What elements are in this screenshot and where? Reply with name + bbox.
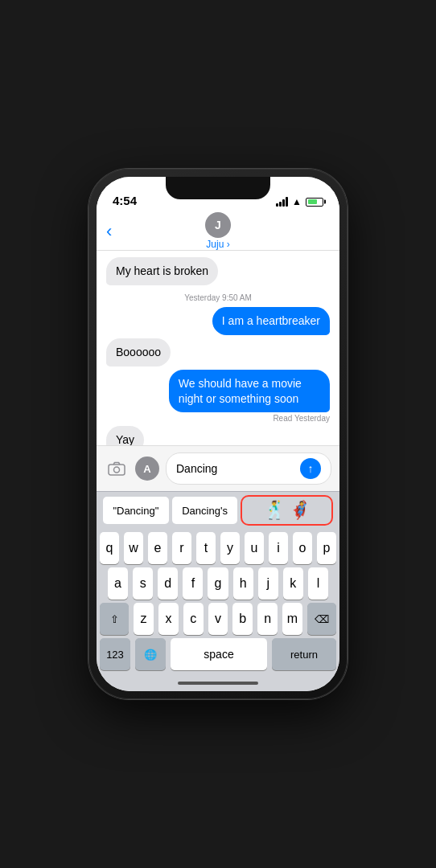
input-text: Dancing <box>176 462 217 475</box>
key-n[interactable]: n <box>257 603 278 635</box>
contact-name: Juju › <box>206 239 229 250</box>
message-input[interactable]: Dancing ↑ <box>166 452 331 485</box>
key-g[interactable]: g <box>208 567 228 600</box>
key-k[interactable]: k <box>283 567 303 600</box>
timestamp: Yesterday 9:50 AM <box>106 293 330 302</box>
message-row: I am a heartbreaker <box>106 307 330 335</box>
key-a[interactable]: a <box>108 567 128 600</box>
send-icon: ↑ <box>308 462 314 475</box>
key-f[interactable]: f <box>183 567 203 600</box>
space-key[interactable]: space <box>171 638 267 670</box>
autocomplete-bar: "Dancing" Dancing's 🕺 🦸 <box>97 491 339 529</box>
key-o[interactable]: o <box>293 532 312 564</box>
autocomplete-emoji-highlighted[interactable]: 🕺 🦸 <box>241 495 333 526</box>
key-j[interactable]: j <box>258 567 278 600</box>
svg-rect-0 <box>109 465 125 475</box>
svg-point-1 <box>114 467 120 473</box>
input-area: A Dancing ↑ <box>97 445 339 491</box>
key-t[interactable]: t <box>196 532 216 564</box>
message-bubble: Yay <box>106 426 144 445</box>
key-w[interactable]: w <box>124 532 143 564</box>
globe-key[interactable]: 🌐 <box>135 638 166 670</box>
key-q[interactable]: q <box>100 532 119 564</box>
numbers-key[interactable]: 123 <box>100 638 130 670</box>
contact-header[interactable]: J Juju › <box>205 212 231 250</box>
delete-key[interactable]: ⌫ <box>307 603 336 635</box>
key-l[interactable]: l <box>308 567 328 600</box>
appstore-button[interactable]: A <box>135 457 159 481</box>
autocomplete-item-1[interactable]: "Dancing" <box>103 497 169 524</box>
wifi-icon: ▲ <box>292 196 302 207</box>
camera-button[interactable] <box>105 457 129 481</box>
message-text: My heart is broken <box>116 264 208 277</box>
phone-screen: 4:54 ▲ ‹ J Juju › <box>97 177 339 691</box>
key-s[interactable]: s <box>133 567 153 600</box>
shift-key[interactable]: ⇧ <box>100 603 129 635</box>
message-text: I am a heartbreaker <box>222 314 320 327</box>
status-icons: ▲ <box>276 196 323 207</box>
key-i[interactable]: i <box>269 532 288 564</box>
message-row: We should have a movie night or somethin… <box>106 370 330 424</box>
keyboard-row-3: ⇧ z x c v b n m ⌫ <box>97 600 339 635</box>
message-text: Yay <box>116 433 134 445</box>
notch <box>166 177 270 199</box>
emoji-dancer-icon[interactable]: 🕺 <box>264 500 286 521</box>
back-button[interactable]: ‹ <box>106 221 112 242</box>
key-m[interactable]: m <box>282 603 302 635</box>
key-y[interactable]: y <box>220 532 240 564</box>
return-key[interactable]: return <box>272 638 336 670</box>
send-button[interactable]: ↑ <box>300 458 321 479</box>
keyboard-row-2: a s d f g h j k l <box>97 564 339 600</box>
autocomplete-item-2[interactable]: Dancing's <box>172 497 238 524</box>
message-bubble: Boooooo <box>106 338 171 366</box>
contact-avatar: J <box>205 212 231 238</box>
key-e[interactable]: e <box>148 532 167 564</box>
key-b[interactable]: b <box>232 603 253 635</box>
signal-icon <box>276 197 288 207</box>
messages-area: My heart is broken Yesterday 9:50 AM I a… <box>97 251 339 445</box>
keyboard-row-1: q w e r t y u i o p <box>97 529 339 564</box>
message-row: Boooooo <box>106 338 330 366</box>
message-row: Yay <box>106 426 330 445</box>
read-label: Read Yesterday <box>273 414 330 423</box>
message-bubble: We should have a movie night or somethin… <box>169 370 330 413</box>
message-text: Boooooo <box>116 346 161 358</box>
key-d[interactable]: d <box>158 567 178 600</box>
message-text: We should have a movie night or somethin… <box>179 377 302 405</box>
message-row: My heart is broken <box>106 257 330 285</box>
keyboard-bottom-row: 123 🌐 space return <box>97 635 339 675</box>
key-u[interactable]: u <box>245 532 264 564</box>
key-p[interactable]: p <box>317 532 336 564</box>
message-bubble: My heart is broken <box>106 257 218 285</box>
status-time: 4:54 <box>113 194 137 207</box>
phone-shell: 4:54 ▲ ‹ J Juju › <box>88 169 348 699</box>
nav-bar: ‹ J Juju › <box>97 212 339 251</box>
key-x[interactable]: x <box>158 603 179 635</box>
key-v[interactable]: v <box>208 603 228 635</box>
home-indicator <box>178 682 258 685</box>
key-h[interactable]: h <box>233 567 253 600</box>
key-c[interactable]: c <box>183 603 204 635</box>
message-bubble: I am a heartbreaker <box>212 307 330 335</box>
home-bar <box>97 675 339 691</box>
battery-icon <box>306 198 323 207</box>
key-r[interactable]: r <box>172 532 191 564</box>
keyboard: q w e r t y u i o p a s d f g h j k <box>97 529 339 675</box>
emoji-superhero-icon[interactable]: 🦸 <box>289 500 311 521</box>
key-z[interactable]: z <box>134 603 154 635</box>
